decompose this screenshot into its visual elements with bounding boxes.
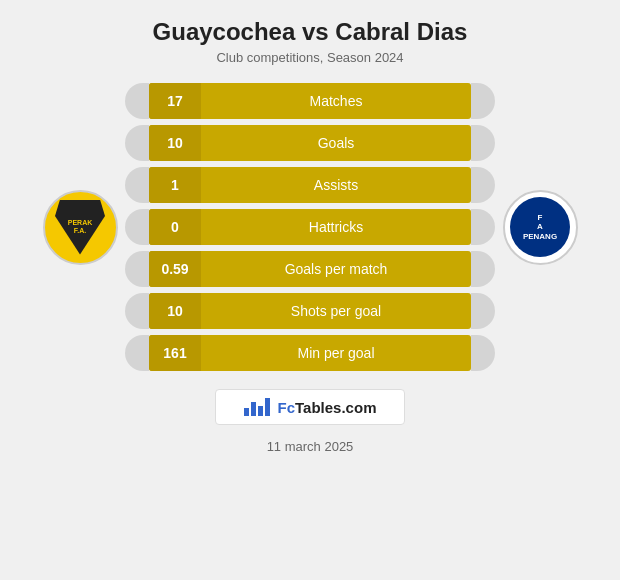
stat-bar: 10Shots per goal bbox=[149, 293, 471, 329]
stat-row-wrapper: 10Shots per goal bbox=[125, 293, 495, 329]
stat-cap-left bbox=[125, 293, 149, 329]
perak-badge: PERAKF.A. bbox=[43, 190, 118, 265]
stat-row-wrapper: 161Min per goal bbox=[125, 335, 495, 371]
stat-cap-left bbox=[125, 83, 149, 119]
stat-cap-left bbox=[125, 335, 149, 371]
stat-row-wrapper: 0Hattricks bbox=[125, 209, 495, 245]
stat-label: Assists bbox=[201, 177, 471, 193]
stat-value: 17 bbox=[149, 83, 201, 119]
stat-label: Min per goal bbox=[201, 345, 471, 361]
logo-right: FAPENANG bbox=[495, 190, 585, 265]
stat-label: Goals per match bbox=[201, 261, 471, 277]
stat-cap-left bbox=[125, 251, 149, 287]
stat-row-wrapper: 0.59Goals per match bbox=[125, 251, 495, 287]
stat-row-wrapper: 10Goals bbox=[125, 125, 495, 161]
stat-bar: 0Hattricks bbox=[149, 209, 471, 245]
stat-value: 1 bbox=[149, 167, 201, 203]
stat-value: 161 bbox=[149, 335, 201, 371]
stat-label: Hattricks bbox=[201, 219, 471, 235]
stat-cap-right bbox=[471, 209, 495, 245]
stat-value: 0 bbox=[149, 209, 201, 245]
stat-label: Shots per goal bbox=[201, 303, 471, 319]
stat-cap-right bbox=[471, 125, 495, 161]
brand-label: FcTables.com bbox=[278, 399, 377, 416]
fctables-banner: FcTables.com bbox=[215, 389, 406, 425]
stat-bar: 0.59Goals per match bbox=[149, 251, 471, 287]
stat-bar: 17Matches bbox=[149, 83, 471, 119]
stat-cap-right bbox=[471, 167, 495, 203]
chart-icon bbox=[244, 398, 270, 416]
stat-value: 10 bbox=[149, 125, 201, 161]
stat-cap-right bbox=[471, 335, 495, 371]
page-wrapper: Guaycochea vs Cabral Dias Club competiti… bbox=[0, 0, 620, 580]
page-title: Guaycochea vs Cabral Dias bbox=[153, 18, 468, 46]
stat-bar: 10Goals bbox=[149, 125, 471, 161]
page-subtitle: Club competitions, Season 2024 bbox=[216, 50, 403, 65]
stat-value: 0.59 bbox=[149, 251, 201, 287]
stats-column: 17Matches10Goals1Assists0Hattricks0.59Go… bbox=[125, 83, 495, 371]
logo-left: PERAKF.A. bbox=[35, 190, 125, 265]
stat-row-wrapper: 1Assists bbox=[125, 167, 495, 203]
stat-cap-right bbox=[471, 293, 495, 329]
stat-cap-right bbox=[471, 83, 495, 119]
stat-bar: 161Min per goal bbox=[149, 335, 471, 371]
stat-row-wrapper: 17Matches bbox=[125, 83, 495, 119]
penang-badge: FAPENANG bbox=[503, 190, 578, 265]
stat-cap-left bbox=[125, 125, 149, 161]
stat-label: Matches bbox=[201, 93, 471, 109]
stat-cap-right bbox=[471, 251, 495, 287]
stat-cap-left bbox=[125, 209, 149, 245]
stat-bar: 1Assists bbox=[149, 167, 471, 203]
stat-label: Goals bbox=[201, 135, 471, 151]
stat-cap-left bbox=[125, 167, 149, 203]
footer-date: 11 march 2025 bbox=[267, 439, 354, 454]
stat-value: 10 bbox=[149, 293, 201, 329]
main-area: PERAKF.A. 17Matches10Goals1Assists0Hattr… bbox=[0, 83, 620, 371]
